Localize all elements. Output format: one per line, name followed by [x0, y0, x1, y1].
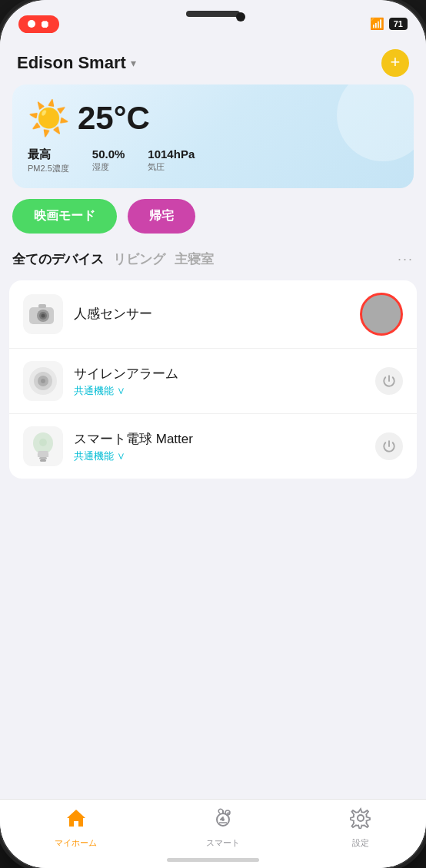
siren-name: サイレンアラーム [74, 365, 375, 383]
humidity-label: 湿度 [92, 161, 125, 173]
add-button[interactable]: + [381, 49, 409, 77]
motion-sensor-info: 人感センサー [74, 305, 360, 324]
bulb-power-button[interactable] [375, 432, 403, 460]
phone-screen: ⏺ 📶 71 Edison Smart ▾ + [0, 0, 426, 868]
power-icon [382, 374, 396, 388]
tab-all-devices[interactable]: 全てのデバイス [12, 247, 113, 271]
svg-rect-10 [39, 457, 47, 459]
rec-dot [28, 20, 35, 28]
bulb-info: スマート電球 Matter 共通機能 ∨ [74, 430, 375, 463]
status-bar: ⏺ 📶 71 [0, 0, 426, 38]
app-title: Edison Smart [17, 53, 126, 73]
home-nav-icon [65, 807, 87, 829]
svg-marker-13 [67, 810, 85, 827]
svg-rect-11 [40, 459, 46, 462]
siren-control[interactable] [375, 367, 403, 395]
front-camera [236, 12, 245, 22]
siren-info: サイレンアラーム 共通機能 ∨ [74, 365, 375, 398]
settings-nav-label: 設定 [352, 837, 369, 849]
bulb-sub[interactable]: 共通機能 ∨ [74, 449, 375, 463]
svg-point-8 [41, 379, 45, 383]
app-content: Edison Smart ▾ + ☀️ 25°C 最高 PM2.5濃度 [0, 38, 426, 868]
pressure-label: 気圧 [148, 161, 195, 173]
home-icon [65, 807, 87, 834]
siren-sub[interactable]: 共通機能 ∨ [74, 384, 375, 398]
pressure-detail: 1014hPa 気圧 [148, 147, 195, 174]
svg-point-20 [358, 815, 364, 821]
device-item-bulb[interactable]: スマート電球 Matter 共通機能 ∨ [9, 414, 417, 479]
nav-item-home[interactable]: マイホーム [39, 807, 112, 849]
app-header: Edison Smart ▾ + [0, 38, 426, 84]
svg-rect-4 [38, 304, 46, 308]
pm25-label: PM2.5濃度 [28, 163, 69, 174]
svg-point-18 [221, 818, 225, 821]
more-tabs-button[interactable]: ··· [398, 251, 414, 267]
scene-buttons: 映画モード 帰宅 [0, 199, 426, 234]
movie-mode-button[interactable]: 映画モード [12, 199, 117, 234]
power-icon-bulb [382, 439, 396, 453]
header-title-area[interactable]: Edison Smart ▾ [17, 53, 136, 73]
smart-nav-icon [212, 807, 234, 829]
settings-icon [350, 807, 371, 834]
weather-card: ☀️ 25°C 最高 PM2.5濃度 50.0% 湿度 1014hPa 気圧 [12, 84, 414, 188]
smart-icon [212, 807, 234, 834]
plus-icon: + [391, 54, 401, 71]
nav-item-smart[interactable]: スマート [191, 807, 255, 849]
speaker-area [186, 11, 240, 17]
phone-frame: ⏺ 📶 71 Edison Smart ▾ + [0, 0, 426, 868]
rec-text: ⏺ [40, 18, 50, 30]
status-bar-right: 📶 71 [370, 17, 408, 31]
motion-sensor-name: 人感センサー [74, 305, 360, 323]
home-nav-label: マイホーム [55, 837, 97, 849]
svg-point-12 [39, 439, 47, 446]
tab-bedroom[interactable]: 主寝室 [175, 247, 223, 271]
weather-main: ☀️ 25°C [28, 98, 398, 138]
humidity-detail: 50.0% 湿度 [92, 147, 125, 174]
recording-indicator: ⏺ [18, 15, 59, 33]
siren-power-button[interactable] [375, 367, 403, 395]
siren-device-svg [28, 366, 58, 396]
humidity-value: 50.0% [92, 147, 125, 161]
device-icon-motion [23, 294, 63, 334]
device-list: 人感センサー [9, 280, 417, 479]
smart-nav-label: スマート [206, 837, 240, 849]
pm25-detail: 最高 PM2.5濃度 [28, 147, 69, 174]
dropdown-arrow-icon[interactable]: ▾ [131, 57, 136, 69]
sun-icon: ☀️ [28, 98, 70, 138]
tab-living[interactable]: リビング [113, 247, 175, 271]
pressure-value: 1014hPa [148, 147, 195, 161]
svg-point-3 [42, 314, 45, 318]
wifi-icon: 📶 [370, 17, 384, 31]
device-icon-siren [23, 361, 63, 401]
device-tabs: 全てのデバイス リビング 主寝室 ··· [0, 247, 426, 271]
weather-details: 最高 PM2.5濃度 50.0% 湿度 1014hPa 気圧 [28, 147, 398, 174]
go-home-button[interactable]: 帰宅 [128, 199, 195, 234]
pm25-value: 最高 [28, 147, 69, 162]
bulb-name: スマート電球 Matter [74, 430, 375, 448]
speaker [186, 11, 240, 17]
settings-nav-icon [350, 807, 371, 829]
motion-circle-button[interactable] [360, 293, 403, 336]
bulb-device-svg [29, 429, 57, 463]
temperature-display: 25°C [78, 100, 150, 137]
device-item-siren[interactable]: サイレンアラーム 共通機能 ∨ [9, 349, 417, 414]
battery-indicator: 71 [389, 18, 408, 30]
device-icon-bulb [23, 426, 63, 466]
home-indicator [167, 858, 259, 862]
motion-sensor-control[interactable] [360, 293, 403, 336]
camera-device-icon [26, 301, 60, 327]
bulb-control[interactable] [375, 432, 403, 460]
device-item-motion-sensor[interactable]: 人感センサー [9, 280, 417, 349]
nav-item-settings[interactable]: 設定 [334, 807, 387, 849]
